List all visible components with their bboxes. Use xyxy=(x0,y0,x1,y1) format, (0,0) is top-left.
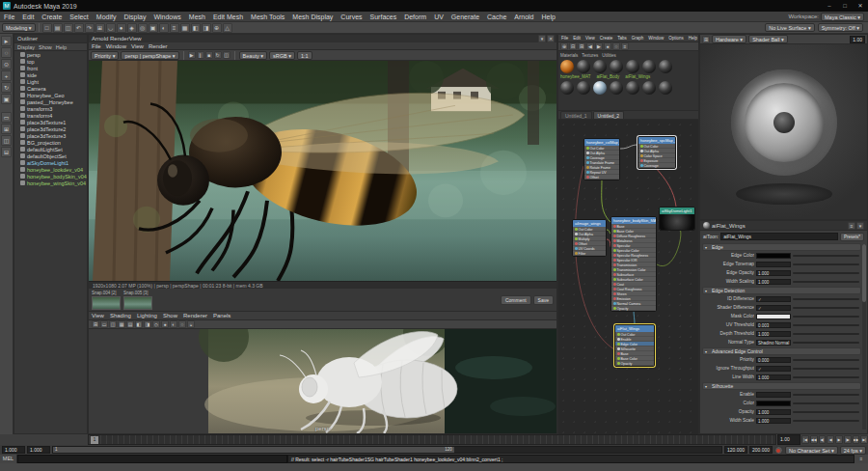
select-tool-icon[interactable]: ► xyxy=(1,36,12,46)
material-swatch[interactable] xyxy=(642,81,656,95)
paint-select-tool-icon[interactable]: ⊙ xyxy=(1,59,12,69)
wireframe-icon[interactable]: ◇ xyxy=(152,320,160,328)
clear-graph-icon[interactable]: ⊟ xyxy=(569,42,577,50)
render-camera-dropdown[interactable]: persp | perspShape ▾ xyxy=(121,51,178,60)
render-stop-icon[interactable]: ■ xyxy=(205,51,213,59)
menu-item[interactable]: Mesh xyxy=(185,14,209,20)
outliner-menu-item[interactable]: Help xyxy=(56,43,67,50)
lights-icon[interactable]: ○ xyxy=(178,320,186,328)
render-refresh-icon[interactable]: ↻ xyxy=(214,51,222,59)
make-live-icon[interactable]: ◎ xyxy=(138,23,148,33)
material-swatch[interactable] xyxy=(659,81,672,95)
attribute-slider[interactable] xyxy=(793,281,859,283)
attribute-field[interactable] xyxy=(756,314,791,319)
outliner-item[interactable]: place3dTexture3 xyxy=(14,132,87,139)
renderview-menu-item[interactable]: View xyxy=(131,42,144,49)
attribute-field[interactable]: 1.000 xyxy=(756,418,791,424)
render-view-icon[interactable]: ▦ xyxy=(180,23,190,33)
hypershade-menu-item[interactable]: Window xyxy=(647,35,665,42)
material-name-label[interactable]: aiFlat_Body xyxy=(596,74,619,80)
snapshot-item[interactable]: Snap.004 [2] xyxy=(92,291,121,310)
resolution-gate-icon[interactable]: ◫ xyxy=(109,320,117,328)
attribute-slider[interactable] xyxy=(793,368,859,370)
menu-icon[interactable]: ≡ xyxy=(848,222,855,230)
menu-item[interactable]: Mesh Display xyxy=(288,14,337,20)
attribute-field[interactable]: Shading Normal ▾ xyxy=(756,340,791,346)
move-tool-icon[interactable]: + xyxy=(1,70,12,81)
scrollbar[interactable] xyxy=(862,244,866,429)
snapshot-action-button[interactable]: Comment xyxy=(501,295,531,305)
shader-node[interactable]: honeybee_bodySkin_MAT BaseBase ColorDiff… xyxy=(610,216,657,312)
material-name-label[interactable]: aiFlat_Wings xyxy=(625,74,650,80)
material-swatch[interactable] xyxy=(659,60,672,73)
graph-tab[interactable]: Untitled_1 xyxy=(560,111,592,119)
lasso-tool-icon[interactable]: ◌ xyxy=(1,47,12,58)
shader-node[interactable]: aiImage_wings Out ColorOut AlphaMultiply… xyxy=(572,219,607,257)
outliner-item[interactable]: Honeybee_Geo xyxy=(14,92,87,98)
live-surface-dropdown[interactable]: No Live Surface ▾ xyxy=(765,23,814,32)
menu-item[interactable]: Edit Mesh xyxy=(209,14,247,20)
attribute-field[interactable]: 1.000 xyxy=(756,279,791,285)
outliner-item[interactable]: side xyxy=(14,71,87,78)
material-swatch[interactable] xyxy=(577,81,590,95)
attribute-slider[interactable] xyxy=(793,324,859,326)
film-gate-icon[interactable]: ▭ xyxy=(100,320,108,328)
node-title[interactable]: aiFlat_Wings xyxy=(615,325,654,332)
snap-grid-icon[interactable]: ⊞ xyxy=(95,23,105,33)
panel-menu-icon[interactable]: ▾ xyxy=(538,35,546,42)
renderer-dropdown[interactable]: Hardware ▾ xyxy=(712,35,746,43)
outliner-item[interactable]: Camera xyxy=(14,85,87,92)
renderview-menu-item[interactable]: Render xyxy=(149,42,168,49)
layout-split-horizontal-icon[interactable]: ⊟ xyxy=(1,147,12,157)
viewport-canvas[interactable]: persp xyxy=(89,329,556,433)
symmetry-toggle-icon[interactable]: ◐ xyxy=(159,23,169,33)
menu-item[interactable]: File xyxy=(0,14,18,20)
input-connections-icon[interactable]: ◀ xyxy=(586,42,594,50)
menu-item[interactable]: Modify xyxy=(93,14,121,20)
node-attr-row[interactable]: Offset xyxy=(584,175,619,180)
pin-icon[interactable]: ● xyxy=(604,42,611,50)
snapshot-item[interactable]: Snap.005 [3] xyxy=(123,291,152,310)
character-set-dropdown[interactable]: No Character Set ▾ xyxy=(785,446,838,455)
viewer-mode-icon[interactable]: ⊞ xyxy=(702,36,710,43)
xray-icon[interactable]: ◒ xyxy=(187,320,195,328)
menu-item[interactable]: Surfaces xyxy=(366,14,401,20)
material-swatch[interactable] xyxy=(626,60,639,73)
maximize-button[interactable]: □ xyxy=(837,0,853,12)
viewport-menu-item[interactable]: View xyxy=(92,312,104,319)
command-input[interactable] xyxy=(17,455,287,463)
attribute-slider[interactable] xyxy=(793,316,859,318)
script-editor-icon[interactable]: ≡ xyxy=(854,455,868,463)
outliner-item[interactable]: place3dTexture1 xyxy=(14,119,87,125)
menu-item[interactable]: Deform xyxy=(400,14,430,20)
material-swatch[interactable] xyxy=(593,60,607,73)
hypershade-menu-item[interactable]: Create xyxy=(599,35,614,42)
material-preview-canvas[interactable] xyxy=(700,44,867,219)
viewport-menu-item[interactable]: Show xyxy=(163,312,177,319)
attribute-slider[interactable] xyxy=(793,255,859,257)
outliner-item[interactable]: pasted__Honeybee xyxy=(14,98,87,105)
scale-tool-icon[interactable]: ▣ xyxy=(1,94,12,104)
hypershade-menu-item[interactable]: File xyxy=(560,35,569,42)
outliner-item[interactable]: front xyxy=(14,65,87,71)
hypershade-menu-item[interactable]: Edit xyxy=(572,35,582,42)
renderview-menu-item[interactable]: File xyxy=(92,42,101,49)
auto-key-button[interactable] xyxy=(774,446,783,455)
material-swatch[interactable] xyxy=(593,81,607,95)
menu-item[interactable]: Display xyxy=(120,14,149,20)
attribute-field[interactable]: 0.003 xyxy=(756,322,791,328)
rearrange-graph-icon[interactable]: ⊞ xyxy=(578,42,585,50)
attribute-field[interactable]: 1.000 xyxy=(756,409,791,415)
attribute-slider[interactable] xyxy=(793,307,859,309)
material-swatch[interactable] xyxy=(560,60,574,73)
fps-dropdown[interactable]: 24 fps ▾ xyxy=(840,446,866,455)
open-scene-icon[interactable]: ▤ xyxy=(53,23,63,33)
layout-split-vertical-icon[interactable]: ◫ xyxy=(1,135,12,146)
shader-node[interactable]: honeybee_colMap_v04 Out ColorOut AlphaCo… xyxy=(583,138,620,180)
skydome-light-node[interactable]: aiSkyDomeLight1 xyxy=(659,207,695,231)
material-swatch[interactable] xyxy=(560,81,574,95)
playback-start-field[interactable]: 1.000 xyxy=(27,446,50,454)
node-attr-row[interactable]: Coverage xyxy=(638,163,675,168)
node-title[interactable]: honeybee_spcMap_v04 xyxy=(638,137,675,144)
section-header-advanced-edge[interactable]: Advanced Edge Control xyxy=(702,347,861,355)
